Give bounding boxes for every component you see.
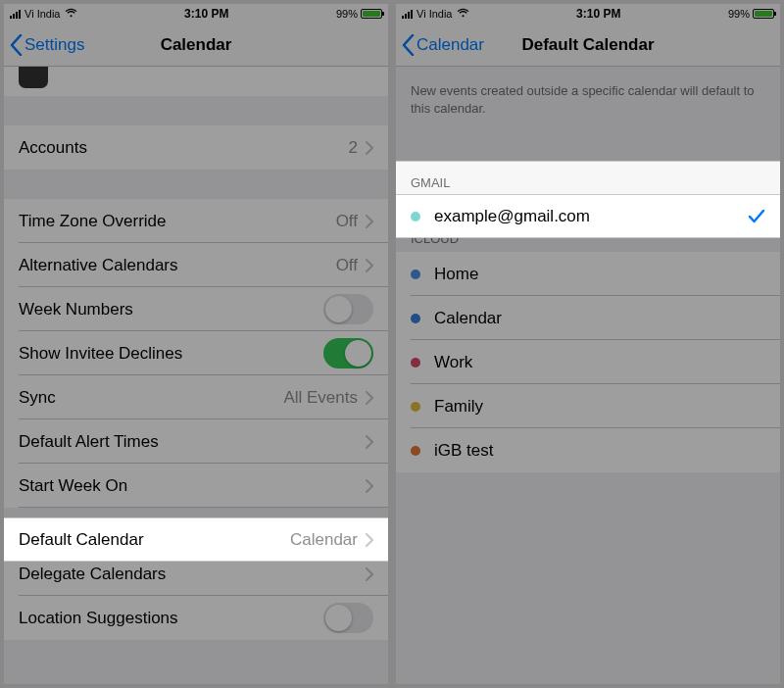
weeknum-toggle[interactable] [323, 294, 373, 324]
accounts-value: 2 [349, 138, 358, 158]
checkmark-icon [748, 209, 765, 224]
altcal-value: Off [336, 256, 358, 275]
signal-icon [10, 10, 21, 19]
chevron-right-icon [366, 259, 373, 272]
altcal-label: Alternative Calendars [19, 256, 336, 275]
chevron-right-icon [366, 215, 373, 228]
gmail-account-label: example@gmail.com [434, 207, 748, 226]
alerts-cell[interactable]: Default Alert Times [4, 419, 388, 464]
wifi-icon [65, 8, 77, 20]
calendar-color-dot [411, 402, 420, 412]
accounts-label: Accounts [19, 138, 349, 158]
delegate-label: Delegate Calendars [19, 565, 358, 584]
battery-icon [361, 9, 382, 19]
startweek-label: Start Week On [19, 476, 358, 496]
alerts-label: Default Alert Times [19, 432, 358, 452]
calendar-color-dot [411, 358, 420, 368]
gmail-section-header: GMAIL [396, 161, 780, 196]
weeknum-cell: Week Numbers [4, 287, 388, 331]
wifi-icon [457, 8, 469, 20]
back-label: Calendar [416, 35, 484, 55]
back-label: Settings [24, 35, 84, 55]
locsugg-toggle[interactable] [323, 603, 373, 633]
chevron-right-icon [366, 391, 373, 405]
locsugg-label: Location Suggestions [19, 609, 323, 628]
sync-value: All Events [283, 388, 358, 408]
invitee-label: Show Invitee Declines [19, 344, 323, 364]
icloud-calendar-cell[interactable]: Calendar [396, 296, 780, 340]
timezone-value: Off [336, 212, 358, 231]
battery-percent: 99% [336, 8, 358, 20]
calendar-color-dot [411, 314, 420, 323]
battery-icon [753, 9, 774, 19]
invitee-cell: Show Invitee Declines [4, 331, 388, 375]
back-button[interactable]: Settings [4, 34, 84, 56]
default-calendar-value: Calendar [290, 530, 358, 550]
chevron-right-icon [366, 435, 373, 449]
carrier-label: Vi India [416, 8, 453, 20]
icloud-calendar-label: Work [434, 353, 765, 372]
icloud-calendar-cell[interactable]: Family [396, 384, 780, 428]
nav-bar: Settings Calendar [4, 24, 388, 67]
icloud-calendar-label: iGB test [434, 441, 765, 461]
status-bar: Vi India 3:10 PM 99% [396, 4, 780, 24]
icloud-calendar-label: Home [434, 265, 765, 284]
chevron-right-icon [366, 141, 373, 155]
chevron-right-icon [366, 479, 373, 493]
sync-label: Sync [19, 388, 283, 408]
chevron-left-icon [402, 34, 415, 56]
default-calendar-list: New events created outside a specific ca… [396, 67, 780, 684]
description-text: New events created outside a specific ca… [396, 67, 780, 130]
invitee-toggle[interactable] [323, 338, 373, 369]
timezone-label: Time Zone Override [19, 212, 336, 231]
chevron-right-icon [366, 533, 373, 547]
status-time: 3:10 PM [576, 7, 620, 21]
calendar-app-icon [19, 67, 48, 88]
accounts-cell[interactable]: Accounts 2 [4, 125, 388, 170]
calendar-color-dot [411, 212, 420, 221]
startweek-cell[interactable]: Start Week On [4, 464, 388, 508]
calendar-color-dot [411, 270, 420, 279]
default-calendar-cell[interactable]: Default Calendar Calendar [4, 517, 388, 562]
locsugg-cell: Location Suggestions [4, 596, 388, 640]
status-time: 3:10 PM [184, 7, 228, 21]
icloud-calendar-cell[interactable]: iGB test [396, 428, 780, 472]
back-button[interactable]: Calendar [396, 34, 484, 56]
carrier-label: Vi India [24, 8, 61, 20]
sync-cell[interactable]: Sync All Events [4, 375, 388, 419]
gmail-account-cell[interactable]: example@gmail.com [396, 194, 780, 238]
weeknum-label: Week Numbers [19, 300, 323, 319]
icloud-calendar-label: Family [434, 397, 765, 417]
chevron-right-icon [366, 567, 373, 581]
settings-list: Accounts 2 Time Zone Override Off Altern… [4, 67, 388, 684]
icloud-calendar-label: Calendar [434, 309, 765, 328]
altcal-cell[interactable]: Alternative Calendars Off [4, 243, 388, 287]
chevron-left-icon [10, 34, 23, 56]
battery-percent: 99% [728, 8, 750, 20]
nav-bar: Calendar Default Calendar [396, 24, 780, 67]
icloud-calendar-cell[interactable]: Work [396, 340, 780, 384]
timezone-cell[interactable]: Time Zone Override Off [4, 199, 388, 243]
calendar-color-dot [411, 446, 420, 456]
default-calendar-label: Default Calendar [19, 530, 290, 550]
signal-icon [402, 10, 413, 19]
app-row-partial [4, 67, 388, 96]
status-bar: Vi India 3:10 PM 99% [4, 4, 388, 24]
icloud-calendar-cell[interactable]: Home [396, 252, 780, 296]
